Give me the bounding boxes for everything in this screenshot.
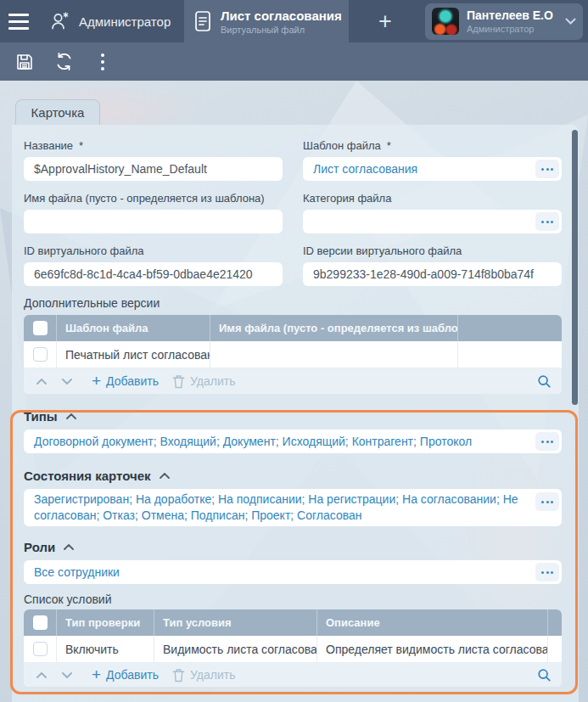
document-icon <box>193 9 212 33</box>
file-version-id-input[interactable]: 9b299233-1e28-490d-a009-714f8b0ba74f <box>303 262 562 286</box>
search-button[interactable] <box>537 668 552 682</box>
more-actions-button[interactable] <box>88 48 117 76</box>
types-select-button[interactable] <box>535 432 559 451</box>
file-category-select-button[interactable] <box>535 212 559 231</box>
user-role: Администратор <box>467 24 557 34</box>
move-down-button[interactable] <box>58 672 76 678</box>
tab-title: Лист согласования <box>221 8 342 23</box>
plus-icon: + <box>378 8 392 35</box>
versions-table-footer: + Добавить Удалить <box>24 368 562 394</box>
table-row[interactable]: Печатный лист согласования <box>24 341 562 368</box>
top-navigation-bar: Администратор Лист согласования Виртуаль… <box>0 0 588 42</box>
section-roles-label: Роли <box>24 540 55 554</box>
plus-icon: + <box>92 669 101 681</box>
row-checkbox[interactable] <box>33 642 48 656</box>
tab-card[interactable]: Карточка <box>15 99 100 125</box>
file-template-input[interactable]: Лист согласования <box>303 157 562 181</box>
conditions-table-footer: + Добавить Удалить <box>24 663 562 687</box>
add-row-button[interactable]: + Добавить <box>92 668 159 682</box>
name-input[interactable]: $ApprovalHistory_Name_Default <box>24 157 283 181</box>
menu-button[interactable] <box>0 0 41 42</box>
field-name-label: Название* <box>24 138 283 157</box>
refresh-icon <box>53 51 75 72</box>
card-states-select-button[interactable] <box>535 492 559 511</box>
trash-icon <box>172 668 185 682</box>
roles-select-button[interactable] <box>535 563 559 581</box>
ellipsis-icon <box>541 221 544 223</box>
delete-row-button[interactable]: Удалить <box>172 374 235 389</box>
section-roles[interactable]: Роли <box>24 540 562 554</box>
kebab-menu-icon <box>101 53 104 70</box>
section-types[interactable]: Типы <box>24 409 562 424</box>
card-states-input[interactable]: Зарегистрирован; На доработке; На подпис… <box>24 489 562 526</box>
filename-input[interactable] <box>24 210 283 233</box>
types-input[interactable]: Договорной документ; Входящий; Документ;… <box>24 430 562 453</box>
row-checkbox[interactable] <box>33 347 48 362</box>
versions-table: Шаблон файла Имя файла (пусто - определя… <box>24 315 562 394</box>
user-star-icon <box>49 10 71 32</box>
chevron-up-icon <box>160 473 170 479</box>
chevron-down-icon <box>565 18 576 25</box>
workspace-tab-administrator[interactable]: Администратор <box>41 0 184 42</box>
move-up-button[interactable] <box>32 379 51 385</box>
refresh-button[interactable] <box>49 48 78 76</box>
tab-card-label: Карточка <box>31 105 85 120</box>
conditions-table-title: Список условий <box>24 592 562 606</box>
file-template-select-button[interactable] <box>535 160 559 178</box>
ellipsis-icon <box>541 441 544 443</box>
move-down-button[interactable] <box>58 379 76 385</box>
column-header: Тип проверки <box>56 609 154 636</box>
save-button[interactable] <box>10 48 39 76</box>
column-header: Имя файла (пусто - определяется из шабло… <box>210 315 457 341</box>
search-button[interactable] <box>537 374 552 389</box>
column-header <box>457 315 562 341</box>
versions-table-title: Дополнительные версии <box>24 296 562 310</box>
ellipsis-icon <box>541 168 544 171</box>
user-menu-button[interactable]: Пантелеев Е.О Администратор <box>425 3 583 40</box>
field-file-id-label: ID виртуального файла <box>24 244 283 262</box>
add-tab-button[interactable]: + <box>349 0 422 42</box>
field-file-version-id-label: ID версии виртуального файла <box>303 244 562 262</box>
section-card-states[interactable]: Состояния карточек <box>24 469 562 483</box>
field-file-version-id: ID версии виртуального файла 9b299233-1e… <box>303 244 562 286</box>
workspace-tab-label: Администратор <box>79 14 171 29</box>
roles-input[interactable]: Все сотрудники <box>24 560 562 584</box>
field-file-category: Категория файла <box>303 191 562 233</box>
ellipsis-icon <box>541 501 544 503</box>
file-category-input[interactable] <box>303 210 562 233</box>
field-name: Название* $ApprovalHistory_Name_Default <box>24 138 283 181</box>
field-file-id: ID виртуального файла 6e69fc8d-8c1d-4ca4… <box>24 244 283 286</box>
card-form-panel: Название* $ApprovalHistory_Name_Default … <box>12 125 579 702</box>
save-icon <box>14 52 35 72</box>
card-toolbar <box>0 42 588 81</box>
field-file-template: Шаблон файла* Лист согласования <box>303 138 562 181</box>
move-up-button[interactable] <box>32 672 51 678</box>
conditions-table: Тип проверки Тип условия Описание Включи… <box>24 609 562 687</box>
user-name: Пантелеев Е.О <box>467 8 557 22</box>
ellipsis-icon <box>541 571 544 574</box>
tab-approval-sheet[interactable]: Лист согласования Виртуальный файл <box>184 0 349 42</box>
topbar-right-zone: Пантелеев Е.О Администратор <box>422 0 588 42</box>
card-content-area: Карточка Название* $ApprovalHistory_Name… <box>0 81 588 702</box>
file-id-input[interactable]: 6e69fc8d-8c1d-4ca4-bf59-0dbae4e21420 <box>24 262 283 286</box>
add-row-button[interactable]: + Добавить <box>92 374 159 388</box>
field-filename-label: Имя файла (пусто - определяется из шабло… <box>24 191 283 210</box>
table-row[interactable]: Включить Видимость листа согласования Оп… <box>24 636 562 663</box>
vertical-scrollbar[interactable] <box>572 130 578 405</box>
field-file-template-label: Шаблон файла* <box>303 138 562 157</box>
section-types-label: Типы <box>24 409 58 424</box>
delete-row-button[interactable]: Удалить <box>172 668 235 682</box>
user-avatar <box>432 8 459 35</box>
column-header: Тип условия <box>154 609 316 636</box>
field-filename: Имя файла (пусто - определяется из шабло… <box>24 191 283 233</box>
column-header <box>547 609 562 636</box>
select-all-checkbox[interactable] <box>33 615 48 630</box>
chevron-up-icon <box>66 413 76 419</box>
column-header: Шаблон файла <box>56 315 210 341</box>
select-all-checkbox[interactable] <box>33 321 48 335</box>
section-card-states-label: Состояния карточек <box>24 469 151 483</box>
trash-icon <box>172 374 185 389</box>
column-header: Описание <box>316 609 547 636</box>
tab-subtitle: Виртуальный файл <box>221 25 342 35</box>
chevron-up-icon <box>64 544 74 550</box>
